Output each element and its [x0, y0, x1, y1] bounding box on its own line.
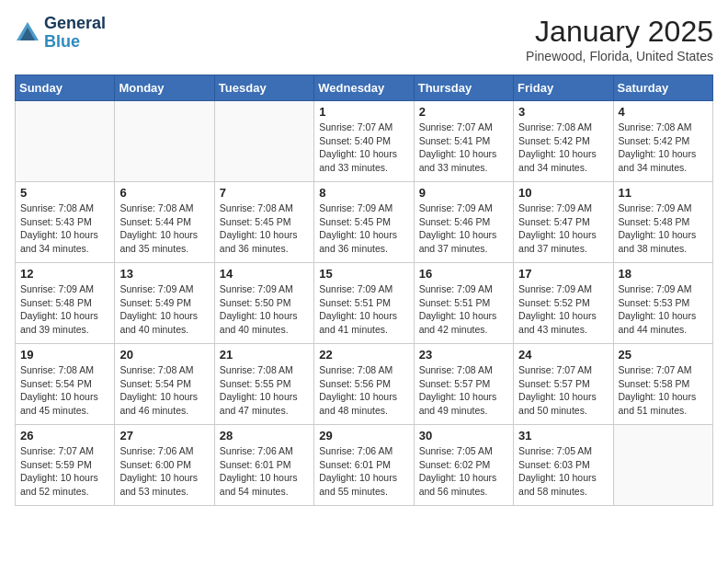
- day-number: 14: [220, 267, 309, 281]
- calendar-cell: 22Sunrise: 7:08 AMSunset: 5:56 PMDayligh…: [314, 344, 414, 425]
- day-number: 18: [619, 267, 708, 281]
- day-number: 11: [619, 186, 708, 200]
- day-info: Sunrise: 7:08 AMSunset: 5:42 PMDaylight:…: [518, 121, 608, 175]
- day-info: Sunrise: 7:08 AMSunset: 5:56 PMDaylight:…: [319, 363, 408, 418]
- week-row-4: 19Sunrise: 7:08 AMSunset: 5:54 PMDayligh…: [16, 344, 713, 425]
- day-info: Sunrise: 7:09 AMSunset: 5:53 PMDaylight:…: [619, 282, 708, 337]
- day-info: Sunrise: 7:07 AMSunset: 5:41 PMDaylight:…: [419, 121, 508, 175]
- calendar-header-row: SundayMondayTuesdayWednesdayThursdayFrid…: [16, 75, 713, 101]
- day-info: Sunrise: 7:08 AMSunset: 5:44 PMDaylight:…: [119, 201, 209, 256]
- calendar-cell: 17Sunrise: 7:09 AMSunset: 5:52 PMDayligh…: [514, 263, 613, 344]
- header-tuesday: Tuesday: [214, 75, 313, 101]
- day-number: 16: [419, 267, 508, 281]
- day-info: Sunrise: 7:05 AMSunset: 6:02 PMDaylight:…: [419, 444, 508, 499]
- day-number: 28: [220, 429, 309, 442]
- day-info: Sunrise: 7:09 AMSunset: 5:48 PMDaylight:…: [20, 282, 109, 337]
- calendar-cell: 28Sunrise: 7:06 AMSunset: 6:01 PMDayligh…: [214, 425, 313, 506]
- day-number: 7: [220, 186, 309, 200]
- day-info: Sunrise: 7:09 AMSunset: 5:49 PMDaylight:…: [119, 282, 209, 337]
- day-number: 13: [119, 267, 209, 281]
- header-sunday: Sunday: [16, 75, 115, 101]
- calendar-cell: 19Sunrise: 7:08 AMSunset: 5:54 PMDayligh…: [16, 344, 115, 425]
- calendar-cell: [16, 101, 115, 182]
- calendar-cell: 12Sunrise: 7:09 AMSunset: 5:48 PMDayligh…: [16, 263, 115, 344]
- calendar-cell: [613, 425, 712, 506]
- week-row-2: 5Sunrise: 7:08 AMSunset: 5:43 PMDaylight…: [16, 182, 713, 263]
- calendar-cell: 13Sunrise: 7:09 AMSunset: 5:49 PMDayligh…: [115, 263, 214, 344]
- day-info: Sunrise: 7:05 AMSunset: 6:03 PMDaylight:…: [518, 444, 608, 499]
- calendar-cell: 14Sunrise: 7:09 AMSunset: 5:50 PMDayligh…: [214, 263, 313, 344]
- day-number: 31: [518, 429, 608, 442]
- calendar-cell: [214, 101, 313, 182]
- calendar-cell: 9Sunrise: 7:09 AMSunset: 5:46 PMDaylight…: [414, 182, 513, 263]
- day-info: Sunrise: 7:06 AMSunset: 6:01 PMDaylight:…: [319, 444, 408, 499]
- day-info: Sunrise: 7:08 AMSunset: 5:42 PMDaylight:…: [619, 121, 708, 175]
- day-number: 23: [419, 348, 508, 362]
- day-info: Sunrise: 7:09 AMSunset: 5:45 PMDaylight:…: [319, 201, 408, 256]
- week-row-5: 26Sunrise: 7:07 AMSunset: 5:59 PMDayligh…: [16, 425, 713, 506]
- day-number: 8: [319, 186, 408, 200]
- day-number: 24: [518, 348, 608, 362]
- calendar-cell: 3Sunrise: 7:08 AMSunset: 5:42 PMDaylight…: [514, 101, 613, 182]
- location: Pinewood, Florida, United States: [526, 49, 713, 63]
- day-info: Sunrise: 7:09 AMSunset: 5:48 PMDaylight:…: [619, 201, 708, 256]
- calendar-table: SundayMondayTuesdayWednesdayThursdayFrid…: [15, 75, 713, 506]
- day-info: Sunrise: 7:09 AMSunset: 5:47 PMDaylight:…: [518, 201, 608, 256]
- calendar-cell: 8Sunrise: 7:09 AMSunset: 5:45 PMDaylight…: [314, 182, 414, 263]
- day-number: 2: [419, 105, 508, 119]
- day-info: Sunrise: 7:08 AMSunset: 5:57 PMDaylight:…: [419, 363, 508, 418]
- title-block: January 2025 Pinewood, Florida, United S…: [526, 15, 713, 63]
- day-info: Sunrise: 7:07 AMSunset: 5:58 PMDaylight:…: [619, 363, 708, 418]
- day-number: 5: [20, 186, 109, 200]
- day-info: Sunrise: 7:08 AMSunset: 5:54 PMDaylight:…: [119, 363, 209, 418]
- header-saturday: Saturday: [613, 75, 712, 101]
- day-info: Sunrise: 7:07 AMSunset: 5:40 PMDaylight:…: [319, 121, 408, 175]
- header-friday: Friday: [514, 75, 613, 101]
- week-row-1: 1Sunrise: 7:07 AMSunset: 5:40 PMDaylight…: [16, 101, 713, 182]
- calendar-cell: 4Sunrise: 7:08 AMSunset: 5:42 PMDaylight…: [613, 101, 712, 182]
- day-info: Sunrise: 7:09 AMSunset: 5:46 PMDaylight:…: [419, 201, 508, 256]
- day-info: Sunrise: 7:09 AMSunset: 5:51 PMDaylight:…: [419, 282, 508, 337]
- day-number: 21: [220, 348, 309, 362]
- day-number: 29: [319, 429, 408, 442]
- day-info: Sunrise: 7:09 AMSunset: 5:51 PMDaylight:…: [319, 282, 408, 337]
- calendar-cell: 10Sunrise: 7:09 AMSunset: 5:47 PMDayligh…: [514, 182, 613, 263]
- day-number: 25: [619, 348, 708, 362]
- calendar-cell: 7Sunrise: 7:08 AMSunset: 5:45 PMDaylight…: [214, 182, 313, 263]
- day-number: 15: [319, 267, 408, 281]
- calendar-cell: [115, 101, 214, 182]
- day-number: 3: [518, 105, 608, 119]
- day-number: 22: [319, 348, 408, 362]
- calendar-cell: 15Sunrise: 7:09 AMSunset: 5:51 PMDayligh…: [314, 263, 414, 344]
- calendar-cell: 31Sunrise: 7:05 AMSunset: 6:03 PMDayligh…: [514, 425, 613, 506]
- calendar-cell: 18Sunrise: 7:09 AMSunset: 5:53 PMDayligh…: [613, 263, 712, 344]
- day-info: Sunrise: 7:08 AMSunset: 5:54 PMDaylight:…: [20, 363, 109, 418]
- day-number: 27: [119, 429, 209, 442]
- day-number: 6: [119, 186, 209, 200]
- calendar-cell: 21Sunrise: 7:08 AMSunset: 5:55 PMDayligh…: [214, 344, 313, 425]
- day-number: 9: [419, 186, 508, 200]
- logo-icon: [15, 20, 40, 46]
- header-wednesday: Wednesday: [314, 75, 414, 101]
- logo-text: GeneralBlue: [44, 15, 106, 52]
- day-number: 26: [20, 429, 109, 442]
- calendar-cell: 20Sunrise: 7:08 AMSunset: 5:54 PMDayligh…: [115, 344, 214, 425]
- day-number: 20: [119, 348, 209, 362]
- logo: GeneralBlue: [15, 15, 106, 52]
- day-info: Sunrise: 7:08 AMSunset: 5:55 PMDaylight:…: [220, 363, 309, 418]
- calendar-cell: 11Sunrise: 7:09 AMSunset: 5:48 PMDayligh…: [613, 182, 712, 263]
- calendar-cell: 24Sunrise: 7:07 AMSunset: 5:57 PMDayligh…: [514, 344, 613, 425]
- day-number: 30: [419, 429, 508, 442]
- calendar-cell: 1Sunrise: 7:07 AMSunset: 5:40 PMDaylight…: [314, 101, 414, 182]
- calendar-cell: 30Sunrise: 7:05 AMSunset: 6:02 PMDayligh…: [414, 425, 513, 506]
- day-number: 10: [518, 186, 608, 200]
- calendar-cell: 27Sunrise: 7:06 AMSunset: 6:00 PMDayligh…: [115, 425, 214, 506]
- day-info: Sunrise: 7:08 AMSunset: 5:45 PMDaylight:…: [220, 201, 309, 256]
- day-info: Sunrise: 7:07 AMSunset: 5:57 PMDaylight:…: [518, 363, 608, 418]
- calendar-cell: 5Sunrise: 7:08 AMSunset: 5:43 PMDaylight…: [16, 182, 115, 263]
- calendar-cell: 2Sunrise: 7:07 AMSunset: 5:41 PMDaylight…: [414, 101, 513, 182]
- day-number: 1: [319, 105, 408, 119]
- calendar-cell: 6Sunrise: 7:08 AMSunset: 5:44 PMDaylight…: [115, 182, 214, 263]
- day-info: Sunrise: 7:06 AMSunset: 6:00 PMDaylight:…: [119, 444, 209, 499]
- day-number: 12: [20, 267, 109, 281]
